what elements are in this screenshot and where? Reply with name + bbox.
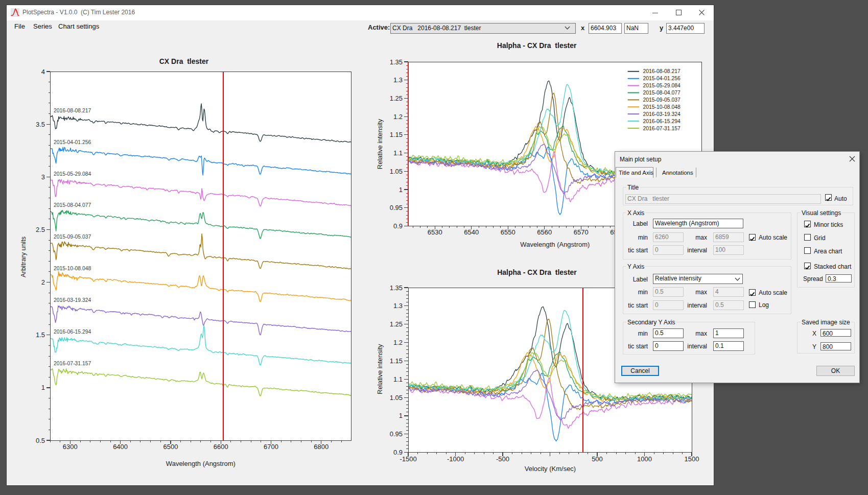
svg-text:1: 1 xyxy=(399,186,403,194)
svg-text:1.2: 1.2 xyxy=(393,113,403,121)
svg-text:1.05: 1.05 xyxy=(390,168,403,175)
svg-text:0.9: 0.9 xyxy=(393,222,403,230)
svg-text:2016-06-15.294: 2016-06-15.294 xyxy=(643,119,681,124)
svg-text:3.5: 3.5 xyxy=(36,121,45,128)
svg-text:1000: 1000 xyxy=(637,455,652,463)
svg-text:Halpha - CX Dra tlester: Halpha - CX Dra tlester xyxy=(497,41,577,50)
svg-text:2015-08-04.077: 2015-08-04.077 xyxy=(54,202,91,208)
svg-text:1.15: 1.15 xyxy=(390,131,403,138)
svg-text:2.5: 2.5 xyxy=(36,226,45,233)
svg-text:6700: 6700 xyxy=(264,443,278,451)
svg-text:2015-05-29.084: 2015-05-29.084 xyxy=(54,171,91,177)
svg-text:2016-08-08.217: 2016-08-08.217 xyxy=(643,68,681,74)
svg-text:6400: 6400 xyxy=(113,443,128,451)
svg-text:1.35: 1.35 xyxy=(390,284,403,292)
svg-text:1.2: 1.2 xyxy=(393,339,403,346)
svg-text:6500: 6500 xyxy=(163,443,178,451)
svg-text:0.5: 0.5 xyxy=(36,437,45,444)
svg-text:2015-09-05.037: 2015-09-05.037 xyxy=(643,97,681,103)
svg-text:6300: 6300 xyxy=(63,443,78,451)
svg-text:1.5: 1.5 xyxy=(36,331,45,339)
svg-text:Velocity (Km/sec): Velocity (Km/sec) xyxy=(525,465,576,473)
svg-text:-500: -500 xyxy=(496,455,509,463)
svg-text:6570: 6570 xyxy=(574,228,589,236)
svg-text:2016-08-08.217: 2016-08-08.217 xyxy=(54,108,91,113)
svg-text:2015-04-01.256: 2015-04-01.256 xyxy=(54,139,91,145)
svg-text:6530: 6530 xyxy=(428,228,442,236)
svg-text:Wavelength (Angstrom): Wavelength (Angstrom) xyxy=(520,241,590,248)
svg-text:2015-10-08.048: 2015-10-08.048 xyxy=(643,104,681,110)
svg-text:1.05: 1.05 xyxy=(390,394,403,402)
svg-text:1.1: 1.1 xyxy=(393,375,403,383)
svg-text:2015-04-01.256: 2015-04-01.256 xyxy=(643,76,681,81)
svg-text:2015-08-04.077: 2015-08-04.077 xyxy=(643,90,681,96)
svg-text:2015-09-05.037: 2015-09-05.037 xyxy=(54,234,91,240)
svg-text:Wavelength (Angstrom): Wavelength (Angstrom) xyxy=(166,460,236,467)
svg-text:2016-03-19.324: 2016-03-19.324 xyxy=(54,297,91,303)
svg-text:2016-03-19.324: 2016-03-19.324 xyxy=(643,111,681,117)
svg-text:2016-06-15.294: 2016-06-15.294 xyxy=(54,329,91,335)
svg-text:-1500: -1500 xyxy=(400,455,416,463)
svg-text:2015-05-29.084: 2015-05-29.084 xyxy=(643,83,681,88)
svg-text:Relative intensity: Relative intensity xyxy=(376,119,384,169)
svg-text:1.3: 1.3 xyxy=(393,302,403,310)
svg-text:500: 500 xyxy=(592,455,603,463)
svg-text:1.1: 1.1 xyxy=(393,149,403,157)
svg-text:CX Dra tlester: CX Dra tlester xyxy=(159,57,209,65)
svg-text:3: 3 xyxy=(41,173,45,181)
svg-text:6600: 6600 xyxy=(214,443,228,451)
svg-text:6550: 6550 xyxy=(501,228,515,236)
svg-text:2016-07-31.157: 2016-07-31.157 xyxy=(643,126,681,131)
svg-text:1.3: 1.3 xyxy=(393,76,403,84)
svg-text:Relative intensity: Relative intensity xyxy=(377,344,384,394)
svg-text:1: 1 xyxy=(399,412,403,419)
svg-text:Arbitrary units: Arbitrary units xyxy=(19,236,27,277)
svg-text:2016-07-31.157: 2016-07-31.157 xyxy=(54,361,91,366)
svg-text:2: 2 xyxy=(41,278,45,286)
svg-text:0.95: 0.95 xyxy=(390,204,403,211)
svg-text:-1000: -1000 xyxy=(447,455,464,463)
svg-text:1500: 1500 xyxy=(685,455,699,463)
svg-text:4: 4 xyxy=(41,68,45,76)
svg-text:1: 1 xyxy=(41,384,45,391)
svg-text:6560: 6560 xyxy=(537,228,552,236)
svg-text:6540: 6540 xyxy=(464,228,479,236)
svg-text:1.15: 1.15 xyxy=(390,357,403,365)
svg-text:2015-10-08.048: 2015-10-08.048 xyxy=(54,266,91,271)
svg-text:1.35: 1.35 xyxy=(390,58,403,66)
svg-text:1.25: 1.25 xyxy=(390,320,403,328)
svg-text:Halpha - CX Dra tlester: Halpha - CX Dra tlester xyxy=(497,268,577,276)
svg-text:1.25: 1.25 xyxy=(390,95,403,102)
svg-text:0.95: 0.95 xyxy=(390,430,403,438)
svg-text:6800: 6800 xyxy=(314,443,329,451)
